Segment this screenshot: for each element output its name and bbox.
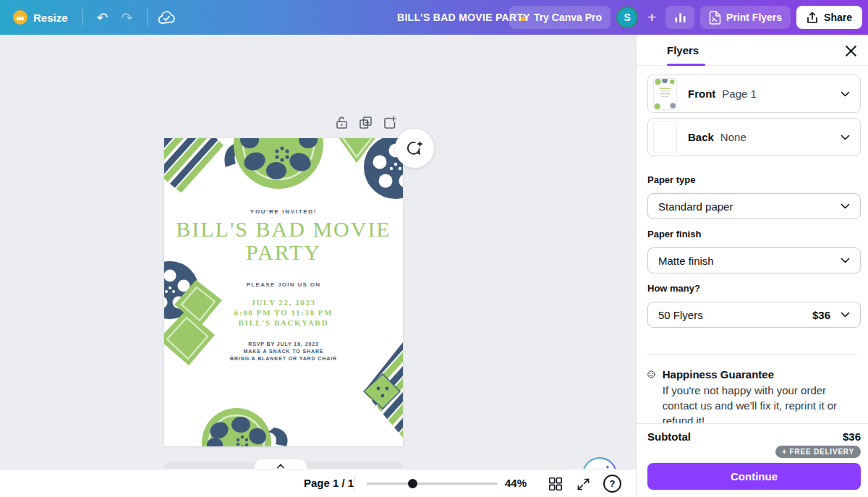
toolbar-separator: [82, 9, 83, 26]
fullscreen-icon: [576, 477, 591, 492]
print-flyers-icon: [709, 11, 721, 25]
quantity-value: 50 Flyers: [658, 309, 703, 321]
zoom-level[interactable]: 44%: [505, 477, 527, 489]
redo-icon[interactable]: ↷: [115, 5, 140, 30]
chevron-down-icon: [841, 91, 850, 97]
flyer-place[interactable]: BILL'S BACKYARD: [164, 318, 403, 327]
page-indicator[interactable]: Page 1 / 1: [304, 477, 354, 489]
print-flyers-label: Print Flyers: [726, 12, 782, 23]
insights-button[interactable]: [665, 6, 694, 29]
help-button[interactable]: ?: [603, 475, 621, 493]
share-button[interactable]: Share: [796, 6, 862, 29]
statusbar-separator: [354, 476, 355, 491]
quantity-select[interactable]: 50 Flyers $36: [647, 302, 861, 328]
toolbar-left-group: Resize ↶ ↷: [6, 4, 179, 30]
lock-icon[interactable]: [335, 116, 349, 129]
flyer-kicker[interactable]: YOU'RE INVITED!: [164, 208, 403, 215]
front-value: Page 1: [722, 88, 757, 100]
toolbar-right-group: Try Canva Pro S + Print Flyers: [509, 6, 862, 29]
back-page-thumbnail: [653, 122, 677, 153]
design-page[interactable]: YOU'RE INVITED! BILL'S BAD MOVIE PARTY P…: [164, 138, 403, 446]
quantity-label: How many?: [647, 283, 861, 294]
print-flyers-panel: Flyers Front: [636, 35, 868, 497]
resize-label: Resize: [33, 12, 68, 24]
chevron-down-icon: [841, 258, 850, 263]
back-label: Back: [688, 131, 714, 143]
cloud-save-icon: [155, 5, 179, 30]
chevron-up-icon: [276, 464, 285, 469]
tab-active-underline: [667, 64, 705, 66]
design-title[interactable]: BILL'S BAD MOVIE PARTY: [397, 0, 530, 35]
flyer-decorations: [164, 138, 403, 446]
flyer-time[interactable]: 6:00 PM TO 11:30 PM: [164, 308, 403, 317]
flyer-title[interactable]: BILL'S BAD MOVIE PARTY: [164, 218, 403, 264]
flyer-subkicker[interactable]: PLEASE JOIN US ON: [164, 281, 403, 288]
back-value: None: [720, 131, 746, 143]
add-page-icon[interactable]: [383, 116, 396, 129]
flyer-date[interactable]: JULY 22, 2023: [164, 298, 403, 307]
paper-type-select[interactable]: Standard paper: [647, 193, 861, 219]
paper-finish-value: Matte finish: [658, 255, 714, 267]
fullscreen-button[interactable]: [574, 475, 592, 493]
avatar[interactable]: S: [616, 7, 638, 28]
paper-type-label: Paper type: [647, 174, 861, 185]
show-pages-tab[interactable]: [255, 459, 307, 469]
close-panel-button[interactable]: [842, 42, 859, 59]
front-page-selector[interactable]: Front Page 1: [647, 75, 861, 113]
zoom-slider-thumb[interactable]: [408, 479, 417, 488]
smiley-icon: [647, 367, 655, 382]
back-page-selector[interactable]: Back None: [647, 118, 861, 156]
paper-finish-label: Paper finish: [647, 229, 861, 239]
guarantee-body: If you're not happy with your order cont…: [663, 383, 861, 423]
share-label: Share: [824, 12, 852, 23]
flyer-title-line1: BILL'S BAD MOVIE: [164, 218, 403, 241]
grid-view-button[interactable]: [546, 475, 565, 493]
flyer-rsvp-line1: RSVP BY JULY 16, 2023: [164, 341, 403, 348]
top-toolbar: Resize ↶ ↷ BILL'S BAD MOVIE PARTY Try Ca…: [0, 0, 868, 35]
subtotal-label: Subtotal: [647, 430, 691, 443]
happiness-guarantee: Happiness Guarantee If you're not happy …: [647, 367, 861, 423]
share-icon: [807, 12, 818, 24]
subtotal-row: Subtotal $36: [647, 430, 861, 443]
duplicate-page-icon[interactable]: [359, 116, 373, 129]
bar-chart-icon: [673, 12, 687, 24]
grid-view-icon: [548, 476, 563, 492]
chevron-down-icon: [841, 203, 850, 209]
panel-footer: Subtotal $36 + FREE DELIVERY Continue: [637, 423, 868, 497]
continue-button[interactable]: Continue: [647, 463, 861, 490]
toolbar-separator: [147, 9, 148, 26]
canva-editor: Resize ↶ ↷ BILL'S BAD MOVIE PARTY Try Ca…: [0, 0, 868, 497]
flyer-rsvp[interactable]: RSVP BY JULY 16, 2023 MAKE A SNACK TO SH…: [164, 341, 403, 362]
flyer-rsvp-line3: BRING A BLANKET OR YARD CHAIR: [164, 355, 403, 362]
flyer-title-line2: PARTY: [164, 241, 403, 264]
quantity-price: $36: [812, 309, 830, 321]
panel-body: Front Page 1 Back None Paper type Standa…: [637, 67, 868, 423]
panel-header: Flyers: [637, 35, 868, 66]
paper-finish-select[interactable]: Matte finish: [647, 247, 861, 273]
guarantee-text: Happiness Guarantee If you're not happy …: [663, 367, 861, 423]
subtotal-value: $36: [843, 430, 861, 443]
try-canva-pro-label: Try Canva Pro: [534, 12, 602, 23]
comment-button[interactable]: [395, 129, 434, 168]
tab-flyers[interactable]: Flyers: [667, 35, 699, 66]
add-member-button[interactable]: +: [644, 9, 660, 26]
resize-button[interactable]: Resize: [6, 4, 75, 30]
free-delivery-badge: + FREE DELIVERY: [775, 446, 861, 458]
canvas-area: YOU'RE INVITED! BILL'S BAD MOVIE PARTY P…: [0, 35, 636, 497]
crown-icon: [13, 10, 27, 25]
chevron-down-icon: [841, 135, 850, 140]
badge-row: + FREE DELIVERY: [647, 446, 861, 458]
close-icon: [844, 44, 858, 58]
zoom-slider[interactable]: [367, 483, 498, 485]
add-comment-icon: [405, 139, 424, 158]
panel-divider: [647, 354, 857, 355]
paper-type-value: Standard paper: [658, 200, 733, 213]
undo-icon[interactable]: ↶: [90, 5, 115, 30]
status-bar: Page 1 / 1 44% ?: [0, 469, 636, 497]
guarantee-title: Happiness Guarantee: [663, 367, 861, 382]
print-flyers-button[interactable]: Print Flyers: [700, 6, 791, 29]
flyer-rsvp-line2: MAKE A SNACK TO SHARE: [164, 348, 403, 355]
chevron-down-icon: [841, 312, 850, 318]
page-toolbar: [335, 116, 396, 129]
front-label: Front: [688, 88, 715, 100]
